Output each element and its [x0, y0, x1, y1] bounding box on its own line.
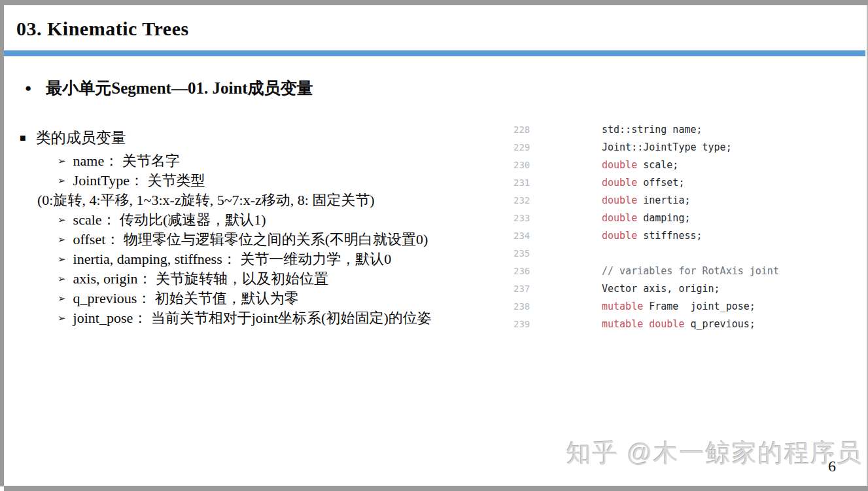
list-item-text: offset： 物理零位与逻辑零位之间的关系(不明白就设置0) [73, 230, 428, 249]
member-variable-list: ➢ name： 关节名字 ➢ JointType： 关节类型 (0:旋转, 4:… [58, 151, 432, 328]
list-item-text: scale： 传动比(减速器，默认1) [73, 210, 266, 230]
code-line: 230double scale; [513, 156, 779, 173]
code-line: 229Joint::JointType type; [513, 138, 779, 156]
list-item-text: JointType： 关节类型 [73, 171, 205, 191]
code-line: 238mutable Frame joint_pose; [513, 297, 779, 315]
slide-border-left [0, 5, 4, 486]
arrow-bullet-icon: ➢ [58, 215, 66, 225]
slide: 03. Kinematic Trees ● 最小单元Segment—01. Jo… [0, 0, 868, 491]
code-line-text: Vector axis, origin; [602, 283, 720, 295]
code-line-text: mutable double q_previous; [602, 318, 755, 330]
code-line-number: 235 [513, 248, 602, 259]
list-item: ➢ joint_pose： 当前关节相对于joint坐标系(初始固定)的位姿 [58, 308, 432, 328]
code-line-number: 228 [513, 124, 602, 135]
code-line-number: 231 [513, 177, 602, 188]
code-line: 231double offset; [513, 173, 779, 191]
code-line-text: double offset; [602, 177, 684, 189]
circle-bullet-icon: ● [25, 82, 31, 94]
slide-title: 03. Kinematic Trees [16, 18, 189, 40]
code-line: 232double inertia; [513, 191, 779, 209]
code-line-number: 238 [513, 301, 602, 312]
code-line-number: 236 [513, 266, 602, 276]
section-heading-label: 最小单元Segment—01. Joint成员变量 [46, 77, 313, 99]
code-block: 228std::string name;229Joint::JointType … [513, 120, 779, 333]
list-item: ➢ q_previous： 初始关节值，默认为零 [58, 289, 432, 308]
list-item: ➢ JointType： 关节类型 [58, 171, 432, 191]
list-item-text: axis, origin： 关节旋转轴，以及初始位置 [73, 269, 329, 289]
title-divider [4, 50, 865, 56]
watermark: 知乎 @木一鲸家的程序员 [566, 437, 863, 470]
arrow-bullet-icon: ➢ [58, 314, 66, 323]
code-line: 239mutable double q_previous; [513, 315, 779, 333]
list-item-text: name： 关节名字 [73, 151, 180, 171]
arrow-bullet-icon: ➢ [58, 156, 66, 166]
code-line-text: // variables for RotAxis joint [602, 265, 779, 277]
code-line-number: 233 [513, 213, 602, 223]
section-heading: ● 最小单元Segment—01. Joint成员变量 [25, 77, 313, 99]
code-line-text: double stiffness; [602, 230, 703, 242]
code-line: 228std::string name; [513, 120, 779, 138]
arrow-bullet-icon: ➢ [58, 255, 66, 264]
code-line-text: double inertia; [602, 194, 690, 206]
code-line-text: double scale; [602, 159, 678, 171]
slide-border-top [0, 0, 868, 5]
list-item: ➢ scale： 传动比(减速器，默认1) [58, 210, 432, 230]
code-line: 236// variables for RotAxis joint [513, 262, 779, 280]
subsection-heading: ■ 类的成员变量 [20, 128, 126, 148]
list-item: ➢ axis, origin： 关节旋转轴，以及初始位置 [58, 269, 432, 289]
list-item: ➢ offset： 物理零位与逻辑零位之间的关系(不明白就设置0) [58, 230, 432, 249]
page-number: 6 [828, 458, 836, 475]
arrow-bullet-icon: ➢ [58, 235, 66, 245]
list-item-continuation: (0:旋转, 4:平移, 1~3:x-z旋转, 5~7:x-z移动, 8: 固定… [37, 191, 432, 210]
list-item: ➢ name： 关节名字 [58, 151, 432, 171]
code-line-text: Joint::JointType type; [602, 141, 732, 153]
arrow-bullet-icon: ➢ [58, 176, 66, 186]
code-line: 234double stiffness; [513, 227, 779, 244]
code-line-text: std::string name; [602, 124, 703, 136]
code-line-number: 234 [513, 230, 602, 241]
list-item-text: (0:旋转, 4:平移, 1~3:x-z旋转, 5~7:x-z移动, 8: 固定… [37, 191, 375, 210]
arrow-bullet-icon: ➢ [58, 274, 66, 284]
code-line-number: 229 [513, 142, 602, 153]
square-bullet-icon: ■ [20, 133, 26, 143]
slide-border-bottom [4, 486, 868, 491]
code-line-number: 232 [513, 195, 602, 206]
subsection-heading-label: 类的成员变量 [36, 128, 126, 148]
code-line-number: 237 [513, 283, 602, 294]
list-item: ➢ inertia, damping, stiffness： 关节一维动力学，默… [58, 249, 432, 269]
arrow-bullet-icon: ➢ [58, 294, 66, 304]
code-line-number: 230 [513, 160, 602, 170]
code-line: 237Vector axis, origin; [513, 280, 779, 297]
code-line-text: double damping; [602, 212, 690, 224]
list-item-text: inertia, damping, stiffness： 关节一维动力学，默认0 [73, 249, 392, 269]
code-line-number: 239 [513, 319, 602, 329]
list-item-text: q_previous： 初始关节值，默认为零 [73, 289, 299, 308]
code-line: 235 [513, 244, 779, 262]
list-item-text: joint_pose： 当前关节相对于joint坐标系(初始固定)的位姿 [73, 308, 432, 328]
code-line: 233double damping; [513, 209, 779, 227]
code-line-text: mutable Frame joint_pose; [602, 300, 755, 312]
